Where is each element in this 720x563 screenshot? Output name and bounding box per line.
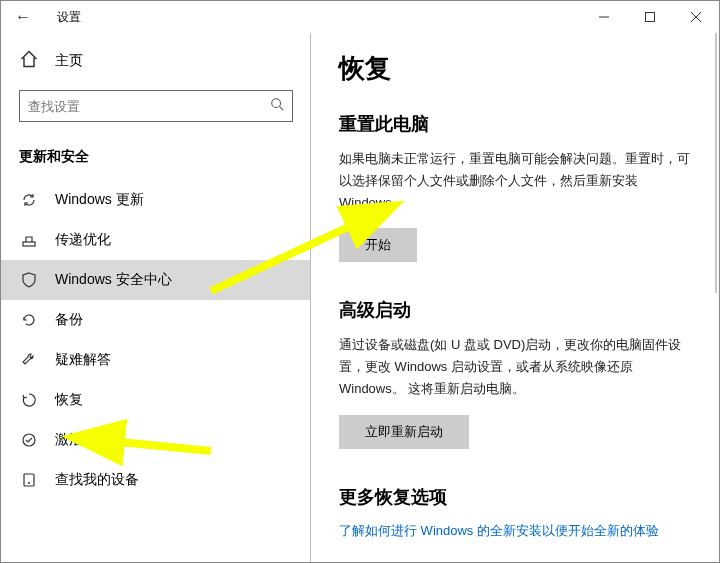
find-device-icon (19, 472, 39, 488)
minimize-button[interactable] (581, 1, 627, 33)
sidebar-item-label: 恢复 (55, 391, 83, 409)
sidebar-item-label: Windows 安全中心 (55, 271, 172, 289)
sidebar-item-delivery-optimization[interactable]: 传递优化 (1, 220, 311, 260)
sidebar-item-label: 激活 (55, 431, 83, 449)
sidebar: 主页 更新和安全 Windows 更新 传递优化 Windows 安全中心 备份… (1, 33, 311, 562)
sidebar-item-activation[interactable]: 激活 (1, 420, 311, 460)
close-button[interactable] (673, 1, 719, 33)
main-panel: 恢复 重置此电脑 如果电脑未正常运行，重置电脑可能会解决问题。重置时，可以选择保… (311, 33, 719, 562)
reset-start-button[interactable]: 开始 (339, 228, 417, 262)
sidebar-item-backup[interactable]: 备份 (1, 300, 311, 340)
titlebar: ← 设置 (1, 1, 719, 33)
svg-point-9 (28, 482, 30, 484)
search-input[interactable] (28, 99, 270, 114)
recovery-icon (19, 392, 39, 408)
back-button[interactable]: ← (15, 8, 37, 26)
svg-point-4 (272, 99, 281, 108)
svg-rect-1 (646, 13, 655, 22)
advanced-desc: 通过设备或磁盘(如 U 盘或 DVD)启动，更改你的电脑固件设置，更改 Wind… (339, 334, 695, 400)
sidebar-item-label: 查找我的设备 (55, 471, 139, 489)
sidebar-section-title: 更新和安全 (1, 134, 311, 180)
more-title: 更多恢复选项 (339, 485, 695, 509)
backup-icon (19, 312, 39, 328)
shield-icon (19, 272, 39, 288)
svg-point-7 (23, 434, 35, 446)
svg-line-5 (280, 107, 284, 111)
search-box[interactable] (19, 90, 293, 122)
home-link[interactable]: 主页 (1, 43, 311, 78)
sidebar-item-label: 疑难解答 (55, 351, 111, 369)
sidebar-item-recovery[interactable]: 恢复 (1, 380, 311, 420)
sidebar-item-label: Windows 更新 (55, 191, 144, 209)
reset-title: 重置此电脑 (339, 112, 695, 136)
advanced-title: 高级启动 (339, 298, 695, 322)
sidebar-item-find-my-device[interactable]: 查找我的设备 (1, 460, 311, 500)
wrench-icon (19, 352, 39, 368)
delivery-icon (19, 232, 39, 248)
home-icon (19, 49, 39, 72)
advanced-startup-section: 高级启动 通过设备或磁盘(如 U 盘或 DVD)启动，更改你的电脑固件设置，更改… (339, 298, 695, 448)
window-title: 设置 (57, 9, 81, 26)
sidebar-item-troubleshoot[interactable]: 疑难解答 (1, 340, 311, 380)
reset-desc: 如果电脑未正常运行，重置电脑可能会解决问题。重置时，可以选择保留个人文件或删除个… (339, 148, 695, 214)
sidebar-item-label: 备份 (55, 311, 83, 329)
page-heading: 恢复 (339, 51, 695, 86)
sidebar-item-windows-update[interactable]: Windows 更新 (1, 180, 311, 220)
search-icon (270, 97, 284, 115)
home-label: 主页 (55, 52, 83, 70)
more-recovery-section: 更多恢复选项 了解如何进行 Windows 的全新安装以便开始全新的体验 (339, 485, 695, 540)
activation-icon (19, 432, 39, 448)
reset-pc-section: 重置此电脑 如果电脑未正常运行，重置电脑可能会解决问题。重置时，可以选择保留个人… (339, 112, 695, 262)
fresh-install-link[interactable]: 了解如何进行 Windows 的全新安装以便开始全新的体验 (339, 523, 659, 538)
restart-now-button[interactable]: 立即重新启动 (339, 415, 469, 449)
sidebar-item-label: 传递优化 (55, 231, 111, 249)
svg-rect-8 (24, 474, 34, 486)
window-controls (581, 1, 719, 33)
sync-icon (19, 192, 39, 208)
sidebar-item-windows-security[interactable]: Windows 安全中心 (1, 260, 311, 300)
svg-rect-6 (23, 242, 35, 246)
maximize-button[interactable] (627, 1, 673, 33)
scrollbar[interactable] (715, 33, 717, 293)
